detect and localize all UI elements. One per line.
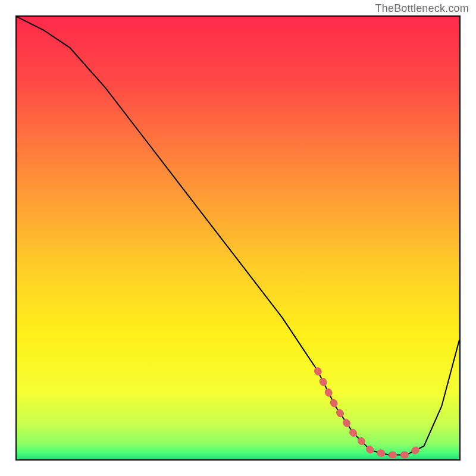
plot-svg [17,17,459,459]
watermark-label: TheBottleneck.com [375,2,469,15]
plot-area [15,15,461,461]
chart-canvas: TheBottleneck.com [0,0,476,476]
gradient-background [17,17,459,459]
